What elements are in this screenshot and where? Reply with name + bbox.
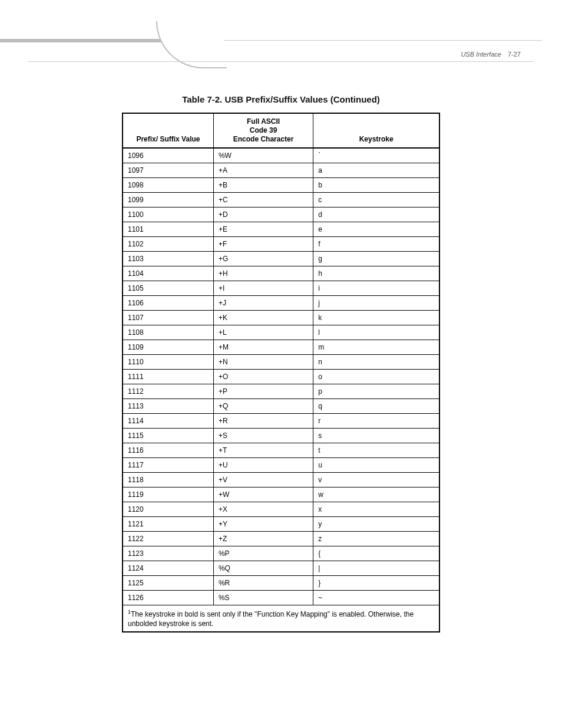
table-row: 1113+Qq bbox=[123, 399, 439, 414]
table-footnote: 1The keystroke in bold is sent only if t… bbox=[123, 605, 439, 633]
cell-keystroke: v bbox=[313, 473, 439, 487]
cell-prefix-value: 1100 bbox=[123, 207, 213, 222]
cell-encode-char: +U bbox=[213, 458, 313, 473]
table-row: 1117+Uu bbox=[123, 458, 439, 473]
cell-keystroke: h bbox=[313, 266, 439, 281]
table-row: 1111+Oo bbox=[123, 370, 439, 384]
cell-encode-char: +H bbox=[213, 266, 313, 281]
cell-keystroke: k bbox=[313, 311, 439, 325]
cell-encode-char: %P bbox=[213, 546, 313, 561]
cell-keystroke: } bbox=[313, 576, 439, 591]
cell-encode-char: %S bbox=[213, 591, 313, 605]
cell-prefix-value: 1098 bbox=[123, 178, 213, 193]
cell-keystroke: g bbox=[313, 252, 439, 266]
cell-prefix-value: 1105 bbox=[123, 281, 213, 296]
cell-prefix-value: 1126 bbox=[123, 591, 213, 605]
cell-keystroke: p bbox=[313, 384, 439, 399]
table-row: 1119+Ww bbox=[123, 487, 439, 502]
cell-prefix-value: 1124 bbox=[123, 561, 213, 576]
cell-keystroke: y bbox=[313, 517, 439, 532]
table-footnote-text: The keystroke in bold is sent only if th… bbox=[128, 610, 414, 628]
cell-prefix-value: 1109 bbox=[123, 340, 213, 355]
cell-prefix-value: 1110 bbox=[123, 355, 213, 370]
col-header-encode-l1: Full ASCII bbox=[247, 117, 280, 126]
table-row: 1114+Rr bbox=[123, 414, 439, 429]
cell-prefix-value: 1123 bbox=[123, 546, 213, 561]
cell-keystroke: e bbox=[313, 222, 439, 237]
table-row: 1120+Xx bbox=[123, 502, 439, 517]
cell-prefix-value: 1125 bbox=[123, 576, 213, 591]
cell-encode-char: +B bbox=[213, 178, 313, 193]
table-row: 1107+Kk bbox=[123, 311, 439, 325]
table-row: 1121+Yy bbox=[123, 517, 439, 532]
cell-keystroke: l bbox=[313, 325, 439, 340]
table-row: 1109+Mm bbox=[123, 340, 439, 355]
cell-prefix-value: 1108 bbox=[123, 325, 213, 340]
table-footnote-row: 1The keystroke in bold is sent only if t… bbox=[123, 605, 439, 633]
cell-encode-char: +D bbox=[213, 207, 313, 222]
table-row: 1099+Cc bbox=[123, 193, 439, 207]
table-row: 1097+Aa bbox=[123, 163, 439, 178]
cell-keystroke: f bbox=[313, 237, 439, 252]
cell-keystroke: z bbox=[313, 532, 439, 546]
cell-encode-char: +O bbox=[213, 370, 313, 384]
cell-keystroke: x bbox=[313, 502, 439, 517]
cell-encode-char: +C bbox=[213, 193, 313, 207]
cell-prefix-value: 1122 bbox=[123, 532, 213, 546]
cell-keystroke: ~ bbox=[313, 591, 439, 605]
table-row: 1118+Vv bbox=[123, 473, 439, 487]
table-row: 1123%P{ bbox=[123, 546, 439, 561]
cell-keystroke: b bbox=[313, 178, 439, 193]
cell-prefix-value: 1112 bbox=[123, 384, 213, 399]
cell-keystroke: q bbox=[313, 399, 439, 414]
cell-encode-char: +R bbox=[213, 414, 313, 429]
cell-encode-char: %R bbox=[213, 576, 313, 591]
table-caption: Table 7-2. USB Prefix/Suffix Values (Con… bbox=[0, 94, 562, 104]
cell-keystroke: c bbox=[313, 193, 439, 207]
table-row: 1106+Jj bbox=[123, 296, 439, 311]
cell-keystroke: j bbox=[313, 296, 439, 311]
table-row: 1108+Ll bbox=[123, 325, 439, 340]
cell-encode-char: +M bbox=[213, 340, 313, 355]
table-row: 1101+Ee bbox=[123, 222, 439, 237]
cell-encode-char: +Z bbox=[213, 532, 313, 546]
cell-prefix-value: 1099 bbox=[123, 193, 213, 207]
table-row: 1122+Zz bbox=[123, 532, 439, 546]
table-row: 1105+Ii bbox=[123, 281, 439, 296]
cell-keystroke: r bbox=[313, 414, 439, 429]
cell-encode-char: +K bbox=[213, 311, 313, 325]
col-header-prefix: Prefix/ Suffix Value bbox=[123, 113, 213, 148]
cell-prefix-value: 1115 bbox=[123, 429, 213, 443]
cell-keystroke: d bbox=[313, 207, 439, 222]
cell-encode-char: +W bbox=[213, 487, 313, 502]
cell-prefix-value: 1117 bbox=[123, 458, 213, 473]
col-header-encode: Full ASCII Code 39 Encode Character bbox=[213, 113, 313, 148]
cell-prefix-value: 1101 bbox=[123, 222, 213, 237]
table-row: 1103+Gg bbox=[123, 252, 439, 266]
cell-encode-char: +X bbox=[213, 502, 313, 517]
cell-keystroke: a bbox=[313, 163, 439, 178]
table-row: 1100+Dd bbox=[123, 207, 439, 222]
cell-encode-char: +Q bbox=[213, 399, 313, 414]
cell-prefix-value: 1113 bbox=[123, 399, 213, 414]
cell-encode-char: +G bbox=[213, 252, 313, 266]
cell-keystroke: n bbox=[313, 355, 439, 370]
cell-encode-char: +S bbox=[213, 429, 313, 443]
table-row: 1112+Pp bbox=[123, 384, 439, 399]
cell-encode-char: %W bbox=[213, 148, 313, 163]
table-row: 1104+Hh bbox=[123, 266, 439, 281]
cell-prefix-value: 1097 bbox=[123, 163, 213, 178]
cell-prefix-value: 1107 bbox=[123, 311, 213, 325]
cell-encode-char: +Y bbox=[213, 517, 313, 532]
cell-keystroke: o bbox=[313, 370, 439, 384]
cell-encode-char: +J bbox=[213, 296, 313, 311]
cell-prefix-value: 1114 bbox=[123, 414, 213, 429]
cell-keystroke: s bbox=[313, 429, 439, 443]
cell-keystroke: m bbox=[313, 340, 439, 355]
page-number: 7-27 bbox=[508, 51, 521, 58]
cell-prefix-value: 1111 bbox=[123, 370, 213, 384]
table-row: 1110+Nn bbox=[123, 355, 439, 370]
cell-encode-char: +T bbox=[213, 443, 313, 458]
cell-prefix-value: 1096 bbox=[123, 148, 213, 163]
col-header-encode-l3: Encode Character bbox=[233, 135, 294, 143]
